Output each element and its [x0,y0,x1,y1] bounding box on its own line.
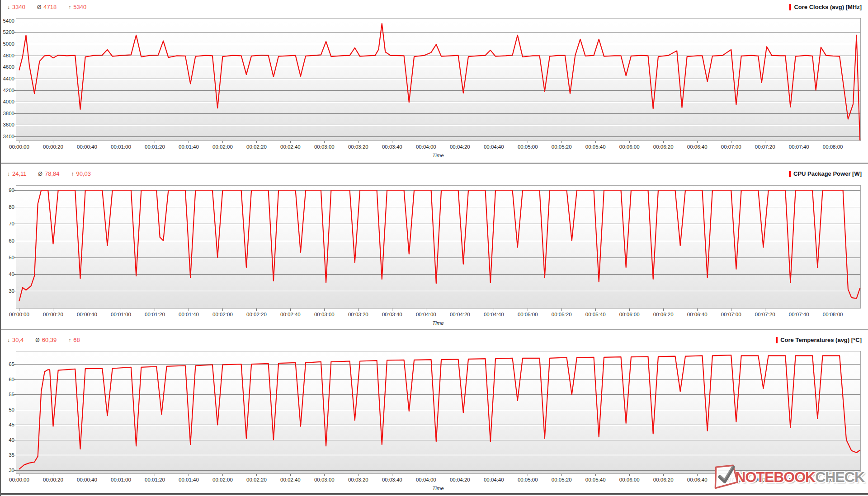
avg-symbol-icon: Ø [35,337,39,343]
avg-symbol-icon: Ø [37,4,41,10]
y-tick-label: 45 [1,421,14,428]
x-tick-label: 00:06:40 [687,144,708,150]
x-tick-label: 00:00:20 [43,477,63,482]
x-tick-label: 00:04:20 [450,312,470,317]
x-tick-label: 00:02:40 [280,477,301,482]
x-tick-label: 00:05:00 [518,312,538,317]
x-tick-label: 00:02:00 [212,312,233,317]
panel-separator [1,329,868,330]
chart3-stats: ↓ 30,4 Ø 60,39 ↑ 68 [7,337,80,343]
x-tick-label: 00:03:00 [314,312,335,317]
chart3-avg-value: 60,39 [42,337,57,343]
chart3-title: Core Temperatures (avg) [°C] [776,337,862,343]
x-tick-label: 00:08:00 [823,144,843,150]
min-arrow-icon: ↓ [7,171,10,177]
chart3-max-stat: ↑ 68 [68,337,80,343]
y-tick-label: 4600 [1,64,14,70]
chart-canvas [16,351,861,477]
x-tick-label: 00:03:40 [382,477,402,482]
notebookcheck-logo: NOTEBOOKCHECK [711,463,864,491]
data-series-line [19,190,860,301]
chart2-x-axis: 00:00:0000:00:2000:00:4000:01:0000:01:20… [1,312,868,319]
x-tick-label: 00:01:40 [179,477,199,482]
x-tick-label: 00:07:00 [721,312,741,317]
x-tick-label: 00:03:20 [348,312,368,317]
x-tick-label: 00:04:00 [416,312,436,317]
x-tick-label: 00:07:00 [721,144,741,150]
x-tick-label: 00:07:20 [755,312,775,317]
chart2-title: CPU Package Power [W] [789,170,862,177]
chart2-title-text: CPU Package Power [W] [793,170,862,177]
x-tick-label: 00:04:00 [416,477,436,482]
x-tick-label: 00:00:20 [43,312,63,317]
x-tick-label: 00:06:20 [653,477,674,482]
chart3-time-axis-label: Time [432,486,443,491]
chart2-min-stat: ↓ 24,11 [7,170,27,177]
chart2-avg-value: 78,84 [45,170,60,177]
chart1-title: Core Clocks (avg) [MHz] [789,4,862,10]
chart1-title-text: Core Clocks (avg) [MHz] [794,4,862,10]
x-tick-label: 00:07:20 [755,144,775,150]
x-tick-label: 00:06:40 [687,312,708,317]
legend-color-bar-icon [789,4,791,10]
y-tick-label: 80 [1,204,14,210]
chart2-max-stat: ↑ 90,03 [71,170,91,177]
chart3-min-value: 30,4 [12,337,24,343]
y-tick-label: 5400 [1,18,14,24]
max-arrow-icon: ↑ [68,4,71,10]
x-tick-label: 00:02:00 [212,477,233,482]
x-tick-label: 00:02:20 [246,144,267,150]
x-tick-label: 00:04:20 [450,477,470,482]
chart3-plot-area [16,351,861,474]
max-arrow-icon: ↑ [68,337,71,343]
y-tick-label: 30 [1,467,14,473]
min-arrow-icon: ↓ [7,337,10,343]
x-tick-label: 00:07:40 [789,312,809,317]
x-tick-label: 00:05:00 [518,144,538,150]
x-tick-label: 00:03:20 [348,477,368,482]
x-tick-label: 00:05:20 [552,312,572,317]
x-tick-label: 00:08:00 [823,312,843,317]
notebookcheck-shield-check-icon [709,462,742,492]
x-tick-label: 00:01:00 [111,144,131,150]
x-tick-label: 00:04:20 [450,144,470,150]
legend-color-bar-icon [789,171,791,177]
chart-canvas [16,185,861,312]
chart1-min-value: 3340 [12,4,25,10]
y-tick-label: 3600 [1,122,14,128]
window-bottom-border [1,493,868,495]
x-tick-label: 00:02:20 [246,312,267,317]
x-tick-label: 00:02:20 [246,477,267,482]
chart3-header: ↓ 30,4 Ø 60,39 ↑ 68 Core Temperatures (a… [1,337,868,346]
chart1-plot-area [16,18,861,141]
x-tick-label: 00:00:00 [9,477,29,482]
chart1-avg-stat: Ø 4718 [37,4,57,10]
chart2-header: ↓ 24,11 Ø 78,84 ↑ 90,03 CPU Package Powe… [1,170,868,179]
chart1-time-axis-label: Time [432,153,443,158]
y-tick-label: 3400 [1,133,14,140]
chart1-max-stat: ↑ 5340 [68,4,86,10]
chart1-max-value: 5340 [73,4,86,10]
y-tick-label: 90 [1,187,14,193]
x-tick-label: 00:04:40 [484,477,504,482]
y-tick-label: 70 [1,220,14,227]
x-tick-label: 00:07:40 [789,144,809,150]
chart1-min-stat: ↓ 3340 [7,4,25,10]
x-tick-label: 00:01:40 [179,144,199,150]
x-tick-label: 00:00:40 [77,144,97,150]
y-tick-label: 5200 [1,29,14,35]
y-tick-label: 55 [1,391,14,398]
x-tick-label: 00:01:00 [111,312,131,317]
logo-text-notebook: NOTEBOOK [735,470,815,484]
y-tick-label: 50 [1,407,14,413]
y-tick-label: 60 [1,238,14,244]
data-series-line [19,23,860,140]
x-tick-label: 00:01:20 [145,312,165,317]
x-tick-label: 00:05:40 [585,477,606,482]
chart-canvas [16,18,861,145]
y-tick-label: 35 [1,452,14,458]
chart2-max-value: 90,03 [76,170,91,177]
x-tick-label: 00:00:20 [43,144,63,150]
chart2-min-value: 24,11 [12,170,27,177]
max-arrow-icon: ↑ [71,171,74,177]
